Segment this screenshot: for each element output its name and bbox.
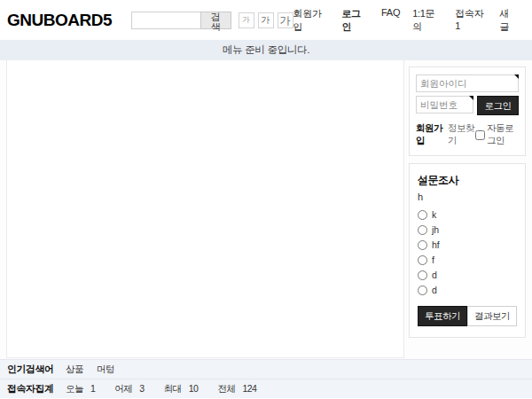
poll-option-radio[interactable] bbox=[418, 286, 427, 295]
search-button[interactable]: 검색 bbox=[200, 12, 231, 29]
find-info-link[interactable]: 정보찾기 bbox=[448, 122, 475, 147]
visitor-stats-label: 접속자집계 bbox=[7, 382, 66, 395]
poll-title: 설문조사 bbox=[418, 173, 517, 188]
poll-option-label[interactable]: hf bbox=[432, 239, 440, 250]
poll-option: f bbox=[418, 254, 517, 265]
visitor-stat-item: 오늘1 bbox=[66, 383, 95, 395]
poll-option-radio[interactable] bbox=[418, 270, 427, 280]
poll-box: 설문조사 h kjhhffdd 투표하기 결과보기 bbox=[409, 163, 526, 338]
register-link[interactable]: 회원가입 bbox=[416, 122, 443, 147]
header: GNUBOARD5 검색 가 가 가 회원가입로그인FAQ1:1문의접속자1새글 bbox=[0, 0, 532, 40]
popular-keyword-link[interactable]: 상품 bbox=[66, 364, 83, 376]
poll-option-radio[interactable] bbox=[418, 210, 427, 220]
sidebar: 로그인 회원가입 정보찾기 자동로그인 설문조사 h kjhhffdd 투표하기 bbox=[409, 60, 526, 358]
poll-options: kjhhffdd bbox=[418, 209, 517, 295]
search-input[interactable] bbox=[131, 12, 200, 29]
poll-buttons: 투표하기 결과보기 bbox=[418, 306, 517, 326]
visitor-stat-item: 전체124 bbox=[217, 383, 256, 395]
password-field-wrap bbox=[416, 96, 473, 115]
member-id-field-wrap bbox=[416, 74, 519, 92]
visitor-stat-name: 전체 bbox=[217, 383, 235, 395]
visitor-stat-item: 어제3 bbox=[114, 383, 144, 395]
auto-login-group: 자동로그인 bbox=[475, 122, 519, 147]
poll-option: hf bbox=[418, 239, 517, 250]
poll-option-radio[interactable] bbox=[418, 255, 427, 265]
visitor-stat-value: 124 bbox=[242, 383, 256, 395]
auto-login-checkbox[interactable] bbox=[475, 130, 485, 140]
poll-option-radio[interactable] bbox=[418, 240, 427, 250]
poll-option-label[interactable]: k bbox=[432, 209, 436, 220]
login-box: 로그인 회원가입 정보찾기 자동로그인 bbox=[409, 66, 526, 156]
popular-keyword-link[interactable]: 머텅 bbox=[97, 364, 114, 376]
visitor-stat-value: 3 bbox=[139, 383, 144, 395]
member-id-input[interactable] bbox=[416, 74, 519, 92]
login-links: 회원가입 정보찾기 자동로그인 bbox=[416, 122, 519, 147]
top-nav-item[interactable]: 새글 bbox=[500, 7, 518, 34]
poll-option: jh bbox=[418, 224, 517, 235]
font-size-large-button[interactable]: 가 bbox=[278, 12, 293, 28]
visitor-stat-value: 10 bbox=[189, 383, 199, 395]
font-size-small-button[interactable]: 가 bbox=[239, 12, 254, 28]
visitor-stat-item: 최대10 bbox=[164, 383, 199, 395]
poll-option-label[interactable]: f bbox=[432, 254, 434, 265]
poll-option-label[interactable]: d bbox=[432, 270, 437, 280]
visitor-stats-row: 접속자집계 오늘1어제3최대10전체124 bbox=[0, 379, 532, 398]
popular-keyword-list: 상품머텅 bbox=[66, 364, 114, 376]
page: GNUBOARD5 검색 가 가 가 회원가입로그인FAQ1:1문의접속자1새글… bbox=[0, 0, 532, 399]
visitor-stat-value: 1 bbox=[90, 383, 95, 395]
content-area: 로그인 회원가입 정보찾기 자동로그인 설문조사 h kjhhffdd 투표하기 bbox=[0, 60, 532, 358]
visitor-stat-name: 어제 bbox=[114, 383, 132, 395]
poll-option: d bbox=[418, 270, 517, 280]
vote-button[interactable]: 투표하기 bbox=[418, 306, 467, 326]
poll-option: k bbox=[418, 209, 517, 220]
visitor-stat-list: 오늘1어제3최대10전체124 bbox=[66, 383, 256, 395]
popular-search-label: 인기검색어 bbox=[7, 363, 66, 376]
site-logo[interactable]: GNUBOARD5 bbox=[7, 11, 112, 30]
top-nav-item[interactable]: FAQ bbox=[381, 7, 400, 34]
top-nav-item[interactable]: 접속자1 bbox=[455, 7, 487, 34]
top-nav-item[interactable]: 1:1문의 bbox=[412, 7, 442, 34]
main-content bbox=[6, 60, 404, 358]
font-size-controls: 가 가 가 bbox=[239, 12, 293, 28]
top-nav-item[interactable]: 로그인 bbox=[341, 7, 369, 34]
login-button[interactable]: 로그인 bbox=[477, 96, 519, 115]
top-nav-item[interactable]: 회원가입 bbox=[293, 7, 330, 34]
search-group: 검색 bbox=[131, 12, 231, 29]
poll-result-button[interactable]: 결과보기 bbox=[467, 306, 517, 326]
auto-login-label[interactable]: 자동로그인 bbox=[487, 122, 519, 147]
password-row: 로그인 bbox=[416, 96, 519, 115]
password-input[interactable] bbox=[416, 96, 473, 113]
poll-question: h bbox=[418, 192, 517, 202]
poll-option-radio[interactable] bbox=[418, 225, 427, 235]
poll-option: d bbox=[418, 285, 517, 295]
visitor-stat-name: 오늘 bbox=[66, 383, 83, 395]
top-nav: 회원가입로그인FAQ1:1문의접속자1새글 bbox=[293, 7, 518, 34]
poll-option-label[interactable]: jh bbox=[432, 224, 439, 235]
menu-notice-text: 메뉴 준비 중입니다. bbox=[223, 43, 309, 57]
poll-option-label[interactable]: d bbox=[432, 285, 437, 295]
popular-search-row: 인기검색어 상품머텅 bbox=[0, 359, 532, 379]
visitor-stat-name: 최대 bbox=[164, 383, 182, 395]
footer: 인기검색어 상품머텅 접속자집계 오늘1어제3최대10전체124 bbox=[0, 359, 532, 398]
font-size-medium-button[interactable]: 가 bbox=[258, 12, 274, 28]
menu-notice-banner: 메뉴 준비 중입니다. bbox=[0, 40, 532, 60]
